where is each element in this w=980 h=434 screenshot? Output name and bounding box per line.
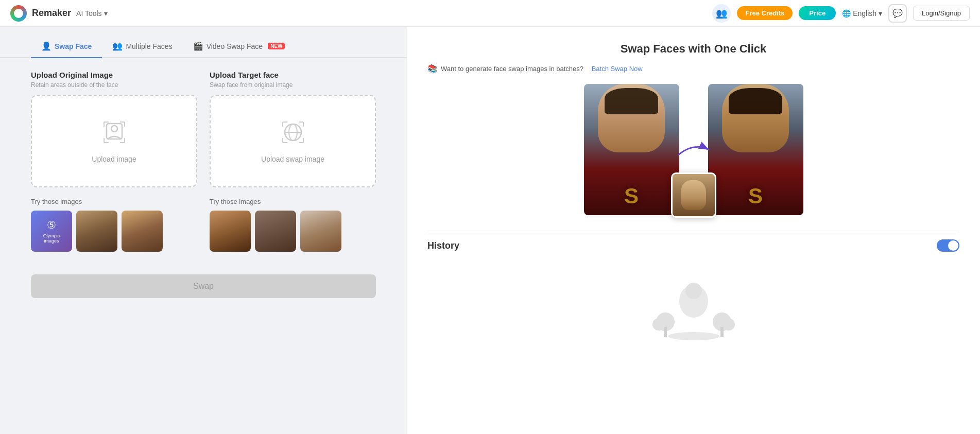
svg-point-29 xyxy=(685,283,702,299)
olympic-rings-icon: ⑤ xyxy=(47,219,56,231)
history-toggle[interactable] xyxy=(937,239,959,252)
left-panel: 👤 Swap Face 👥 Multiple Faces 🎬 Video Swa… xyxy=(0,27,407,434)
right-panel: Swap Faces with One Click 📚 Want to gene… xyxy=(407,27,980,434)
svg-rect-23 xyxy=(664,327,667,337)
history-title: History xyxy=(427,240,459,251)
superman-s-right: S xyxy=(748,184,763,209)
badge-face xyxy=(673,174,715,216)
svg-point-30 xyxy=(668,332,719,340)
demo-right-image: S xyxy=(708,84,803,215)
main-container: 👤 Swap Face 👥 Multiple Faces 🎬 Video Swa… xyxy=(0,27,980,434)
target-upload-area[interactable]: Upload swap image xyxy=(210,95,376,187)
logo-icon xyxy=(10,5,27,22)
original-upload-area[interactable]: Upload image xyxy=(31,95,197,187)
tab-swap-face[interactable]: 👤 Swap Face xyxy=(31,35,102,58)
video-icon: 🎬 xyxy=(193,41,203,51)
chevron-down-icon: ▾ xyxy=(104,9,108,18)
upload-row: Upload Original Image Retain areas outsi… xyxy=(31,71,376,187)
batch-swap-link[interactable]: Batch Swap Now xyxy=(592,65,643,73)
upload-swap-text: Upload swap image xyxy=(261,155,324,163)
globe-icon: 🌐 xyxy=(842,9,851,18)
try-images-list-right xyxy=(210,211,376,252)
demo-image-wrapper: S S xyxy=(584,84,803,215)
original-image-box: Upload Original Image Retain areas outsi… xyxy=(31,71,197,187)
try-label-right: Try those images xyxy=(210,198,376,205)
demo-left-image: S xyxy=(584,84,679,215)
community-icon[interactable]: 👥 xyxy=(712,4,731,23)
svg-rect-25 xyxy=(720,327,724,337)
right-panel-title: Swap Faces with One Click xyxy=(427,42,959,56)
history-section: History xyxy=(427,231,959,358)
chevron-down-icon: ▾ xyxy=(879,9,882,18)
try-images-list-left: ⑤ Olympicimages xyxy=(31,211,197,252)
list-item[interactable] xyxy=(255,211,296,252)
arrow-container xyxy=(676,140,712,160)
tab-multiple-faces[interactable]: 👥 Multiple Faces xyxy=(102,35,182,58)
svg-point-27 xyxy=(652,318,665,331)
tabs-container: 👤 Swap Face 👥 Multiple Faces 🎬 Video Swa… xyxy=(0,27,407,58)
list-item[interactable] xyxy=(76,211,117,252)
list-item[interactable] xyxy=(210,211,251,252)
brand-name: Remaker xyxy=(32,8,71,19)
try-label-left: Try those images xyxy=(31,198,197,205)
hair-left xyxy=(605,88,658,114)
language-selector[interactable]: 🌐 English ▾ xyxy=(842,9,882,18)
list-item[interactable] xyxy=(300,211,341,252)
olympic-label: Olympicimages xyxy=(43,233,60,244)
ai-tools-menu[interactable]: AI Tools ▾ xyxy=(76,9,108,18)
target-label: Upload Target face xyxy=(210,71,376,79)
header: Remaker AI Tools ▾ 👥 Free Credits Price … xyxy=(0,0,980,27)
target-sublabel: Swap face from original image xyxy=(210,81,376,89)
batch-notice: 📚 Want to generate face swap images in b… xyxy=(427,64,959,74)
history-header: History xyxy=(427,239,959,252)
hair-right xyxy=(729,88,782,114)
try-images-right: Try those images xyxy=(210,198,376,252)
tab-video-swap[interactable]: 🎬 Video Swap Face NEW xyxy=(183,35,296,58)
try-images-left: Try those images ⑤ Olympicimages xyxy=(31,198,197,252)
svg-point-1 xyxy=(111,126,117,132)
upload-original-text: Upload image xyxy=(92,155,136,163)
upload-section: Upload Original Image Retain areas outsi… xyxy=(0,58,407,274)
target-face-box: Upload Target face Swap face from origin… xyxy=(210,71,376,187)
upload-globe-icon xyxy=(280,119,306,150)
badge-face-shape xyxy=(681,180,706,210)
demo-area: S S xyxy=(427,84,959,215)
swap-face-badge xyxy=(671,172,716,218)
list-item[interactable] xyxy=(122,211,163,252)
try-images-row: Try those images ⑤ Olympicimages Try tho… xyxy=(31,198,376,252)
list-item[interactable]: ⑤ Olympicimages xyxy=(31,211,72,252)
arrow-icon xyxy=(676,140,712,160)
original-label: Upload Original Image xyxy=(31,71,197,79)
swap-button[interactable]: Swap xyxy=(31,274,376,298)
empty-history xyxy=(427,260,959,358)
free-credits-button[interactable]: Free Credits xyxy=(737,6,793,20)
toggle-dot xyxy=(948,240,958,251)
stack-icon: 📚 xyxy=(427,64,438,74)
empty-history-icon xyxy=(652,275,735,342)
person-icon: 👤 xyxy=(41,41,51,51)
new-badge: NEW xyxy=(268,43,285,49)
login-button[interactable]: Login/Signup xyxy=(913,6,970,21)
swap-button-container: Swap xyxy=(0,274,407,308)
svg-point-26 xyxy=(723,318,735,331)
chat-icon[interactable]: 💬 xyxy=(888,4,907,23)
header-left: Remaker AI Tools ▾ xyxy=(10,5,108,22)
original-sublabel: Retain areas outside of the face xyxy=(31,81,197,89)
group-icon: 👥 xyxy=(112,41,123,51)
upload-face-icon xyxy=(101,119,127,150)
header-right: 👥 Free Credits Price 🌐 English ▾ 💬 Login… xyxy=(712,4,970,23)
superman-s-left: S xyxy=(624,184,639,209)
price-button[interactable]: Price xyxy=(799,6,836,20)
